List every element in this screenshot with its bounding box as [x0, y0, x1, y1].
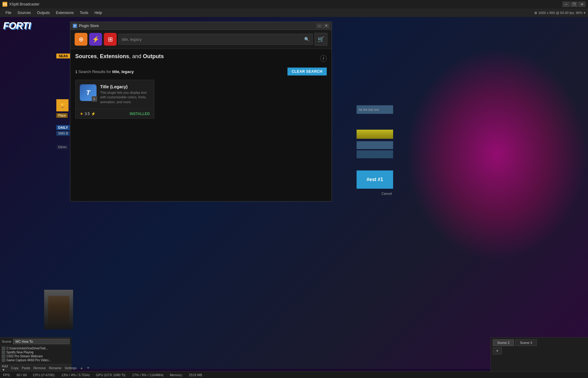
- store-heading-row: Sources, Extensions, and Outputs i: [75, 53, 327, 63]
- search-icon[interactable]: 🔍: [304, 37, 309, 42]
- menu-tools[interactable]: Tools: [77, 9, 91, 16]
- memory-value: 2519 MB: [189, 373, 202, 377]
- restore-button[interactable]: ❐: [570, 2, 578, 7]
- plugin-card[interactable]: T L Title (Legacy) This plugin lets you …: [75, 80, 154, 119]
- cpu-value: 13% / 4% / 3.7GHz: [61, 373, 90, 377]
- gpu-value: 17% / 9% / 1164MHz: [132, 373, 164, 377]
- and-text: , and: [129, 53, 143, 59]
- plugin-name: Title (Legacy): [100, 84, 150, 89]
- extensions-tab-icon[interactable]: ⚡: [89, 33, 102, 46]
- modal-close-button[interactable]: ✕: [323, 23, 329, 28]
- plugin-description: This plugin lets you display text with c…: [100, 90, 150, 104]
- comma1: ,: [97, 53, 100, 59]
- plugin-icon: T L: [80, 84, 97, 101]
- menu-outputs[interactable]: Outputs: [34, 9, 53, 16]
- title-bar-controls: ─ ❐ ✕: [562, 2, 586, 7]
- plugin-rating: ★ 3.5 ⚡: [80, 111, 96, 116]
- memory-label: Memory:: [170, 373, 183, 377]
- plugin-status: INSTALLED: [130, 112, 150, 116]
- menu-file[interactable]: File: [2, 9, 14, 16]
- search-results-bar: 1 Search Results for title, legacy CLEAR…: [75, 68, 327, 75]
- modal-icon: P: [73, 24, 77, 28]
- title-bar: XS XSplit Broadcaster ─ ❐ ✕: [0, 0, 588, 9]
- outputs-heading: Outputs: [143, 53, 164, 59]
- store-heading: Sources, Extensions, and Outputs: [75, 53, 164, 60]
- outputs-icon: ⊞: [108, 36, 113, 43]
- plugin-icon-badge: L: [92, 96, 97, 102]
- info-button[interactable]: i: [320, 55, 327, 62]
- cart-button[interactable]: 🛒: [315, 33, 327, 46]
- extensions-heading: Extensions: [100, 53, 129, 59]
- search-bar: 🔍: [118, 34, 313, 45]
- app-title: XSplit Broadcaster: [9, 2, 562, 6]
- store-header: ⊕ ⚡ ⊞ 🔍 🛒: [70, 30, 332, 49]
- modal-title: Plugin Store: [79, 24, 316, 28]
- search-results-text: 1 Search Results for title, legacy: [75, 69, 134, 74]
- result-count: 1: [75, 69, 77, 74]
- lightning-icon: ⚡: [91, 112, 96, 116]
- menu-sources[interactable]: Sources: [14, 9, 34, 16]
- clear-search-button[interactable]: CLEAR SEARCH: [287, 68, 327, 75]
- search-term: title, legacy: [112, 69, 134, 74]
- modal-title-bar: P Plugin Store ─ ✕: [70, 22, 332, 30]
- store-content: Sources, Extensions, and Outputs i 1 Sea…: [70, 49, 332, 201]
- fps-label: FPS:: [3, 373, 10, 377]
- fps-value: 60 / 60: [16, 373, 27, 377]
- menu-bar: File Sources Outputs Extensions Tools He…: [0, 9, 588, 17]
- modal-overlay: P Plugin Store ─ ✕ ⊕ ⚡ ⊞ 🔍 🛒: [0, 17, 588, 371]
- plugin-card-bottom: ★ 3.5 ⚡ INSTALLED: [76, 109, 154, 118]
- menu-extensions[interactable]: Extensions: [53, 9, 77, 16]
- results-label: Search Results for: [79, 69, 112, 74]
- outputs-tab-icon[interactable]: ⊞: [104, 33, 117, 46]
- star-icon: ★: [80, 111, 83, 116]
- modal-minimize-button[interactable]: ─: [316, 23, 322, 28]
- cpu-label: CPU (i7-6700):: [33, 373, 55, 377]
- sources-heading: Sources: [75, 53, 97, 59]
- app-icon: XS: [2, 2, 7, 7]
- extensions-icon: ⚡: [92, 36, 100, 43]
- minimize-button[interactable]: ─: [562, 2, 570, 7]
- cart-icon: 🛒: [318, 36, 324, 43]
- sources-icon: ⊕: [79, 36, 84, 43]
- menu-help[interactable]: Help: [91, 9, 105, 16]
- plugin-store-modal: P Plugin Store ─ ✕ ⊕ ⚡ ⊞ 🔍 🛒: [70, 22, 332, 201]
- gpu-label: GPU (GTX 1080 Ti):: [96, 373, 126, 377]
- plugin-card-top: T L Title (Legacy) This plugin lets you …: [76, 80, 154, 109]
- modal-controls: ─ ✕: [316, 23, 329, 28]
- search-input[interactable]: [122, 37, 302, 42]
- rating-value: 3.5: [85, 112, 90, 116]
- stream-info: 🖥 1600 x 900 @ 60.00 fps, 96% ▾: [534, 11, 586, 15]
- close-button[interactable]: ✕: [578, 2, 586, 7]
- status-bar: FPS: 60 / 60 CPU (i7-6700): 13% / 4% / 3…: [0, 371, 588, 378]
- sources-tab-icon[interactable]: ⊕: [75, 33, 87, 46]
- plugin-info: Title (Legacy) This plugin lets you disp…: [100, 84, 150, 104]
